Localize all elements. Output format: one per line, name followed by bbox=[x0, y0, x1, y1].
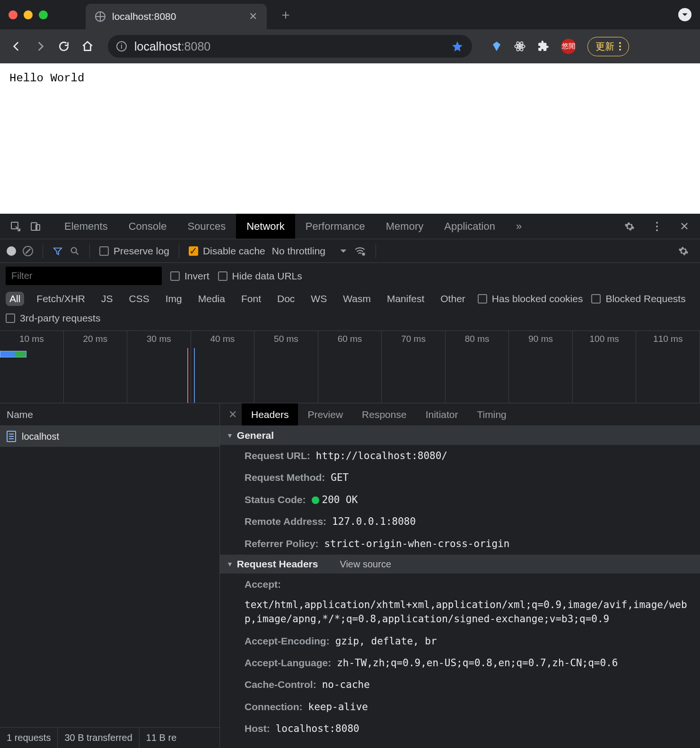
label: Request URL: bbox=[245, 449, 310, 463]
request-row[interactable]: localhost bbox=[0, 426, 219, 447]
inspect-element-icon[interactable] bbox=[8, 218, 24, 235]
network-main: Name localhost 1 requests 30 B transferr… bbox=[0, 403, 700, 748]
device-toolbar-icon[interactable] bbox=[27, 218, 44, 235]
address-bar[interactable]: i localhost:8080 bbox=[108, 35, 472, 58]
filter-type-css[interactable]: CSS bbox=[125, 292, 153, 306]
divider bbox=[43, 244, 43, 258]
filter-type-doc[interactable]: Doc bbox=[273, 292, 298, 306]
filter-type-wasm[interactable]: Wasm bbox=[339, 292, 375, 306]
tab-memory[interactable]: Memory bbox=[376, 214, 434, 239]
extension-gem-icon[interactable] bbox=[491, 41, 502, 52]
filter-type-fetchxhr[interactable]: Fetch/XHR bbox=[33, 292, 89, 306]
label: Accept-Language: bbox=[245, 656, 331, 670]
filter-icon[interactable] bbox=[52, 246, 63, 256]
network-toolbar: Preserve log ✓Disable cache No throttlin… bbox=[0, 239, 700, 263]
disable-cache-checkbox[interactable]: ✓Disable cache bbox=[189, 245, 265, 257]
record-button[interactable] bbox=[7, 246, 16, 256]
close-tab-icon[interactable]: ✕ bbox=[249, 10, 257, 23]
close-window-icon[interactable] bbox=[9, 10, 18, 19]
maximize-window-icon[interactable] bbox=[39, 10, 48, 19]
status-requests: 1 requests bbox=[0, 728, 58, 748]
view-source-link[interactable]: View source bbox=[340, 559, 391, 570]
section-request-headers[interactable]: ▼Request HeadersView source bbox=[220, 555, 700, 574]
request-list: Name localhost 1 requests 30 B transferr… bbox=[0, 403, 220, 748]
extensions-puzzle-icon[interactable] bbox=[537, 40, 550, 52]
detail-tab-timing[interactable]: Timing bbox=[468, 403, 516, 426]
tab-performance[interactable]: Performance bbox=[295, 214, 376, 239]
filter-type-media[interactable]: Media bbox=[194, 292, 229, 306]
network-settings-icon[interactable] bbox=[675, 243, 691, 259]
tab-application[interactable]: Application bbox=[434, 214, 506, 239]
filter-type-ws[interactable]: WS bbox=[307, 292, 331, 306]
detail-tab-preview[interactable]: Preview bbox=[298, 403, 352, 426]
extension-react-icon[interactable] bbox=[514, 40, 526, 52]
update-chrome-button[interactable]: 更新 bbox=[587, 37, 629, 56]
value: no-cache bbox=[322, 678, 370, 692]
timeline-request-bar[interactable] bbox=[0, 351, 26, 357]
detail-tab-headers[interactable]: Headers bbox=[242, 403, 298, 426]
filter-type-img[interactable]: Img bbox=[162, 292, 186, 306]
filter-type-font[interactable]: Font bbox=[237, 292, 265, 306]
new-tab-button[interactable]: ＋ bbox=[279, 6, 292, 24]
detail-tab-initiator[interactable]: Initiator bbox=[416, 403, 468, 426]
tab-console[interactable]: Console bbox=[118, 214, 177, 239]
filter-type-manifest[interactable]: Manifest bbox=[383, 292, 428, 306]
preserve-log-checkbox[interactable]: Preserve log bbox=[99, 245, 169, 257]
value: strict-origin-when-cross-origin bbox=[324, 537, 509, 551]
filter-type-other[interactable]: Other bbox=[437, 292, 469, 306]
forward-button[interactable] bbox=[33, 39, 47, 53]
blocked-requests-checkbox[interactable]: Blocked Requests bbox=[591, 293, 685, 304]
timeline-tick: 10 ms bbox=[0, 331, 64, 348]
clear-button[interactable] bbox=[23, 246, 33, 256]
request-list-header[interactable]: Name bbox=[0, 403, 219, 426]
more-tabs-icon[interactable]: » bbox=[506, 214, 532, 239]
third-party-checkbox[interactable]: 3rd-party requests bbox=[6, 313, 694, 324]
timeline-tick: 40 ms bbox=[191, 331, 255, 348]
browser-tab[interactable]: localhost:8080 ✕ bbox=[86, 4, 267, 29]
detail-tab-response[interactable]: Response bbox=[352, 403, 416, 426]
filter-type-js[interactable]: JS bbox=[97, 292, 117, 306]
value: http://localhost:8080/ bbox=[316, 449, 447, 463]
has-blocked-cookies-checkbox[interactable]: Has blocked cookies bbox=[478, 293, 583, 304]
request-detail: ✕ Headers Preview Response Initiator Tim… bbox=[220, 403, 700, 748]
reload-button[interactable] bbox=[57, 39, 71, 53]
search-icon[interactable] bbox=[70, 246, 80, 256]
extension-badge[interactable]: 悠閒 bbox=[561, 39, 576, 54]
value: zh-TW,zh;q=0.9,en-US;q=0.8,en;q=0.7,zh-C… bbox=[337, 656, 618, 670]
hide-data-urls-checkbox[interactable]: Hide data URLs bbox=[218, 270, 302, 282]
chrome-menu-icon[interactable] bbox=[619, 42, 621, 51]
home-button[interactable] bbox=[80, 39, 95, 53]
filter-input[interactable] bbox=[6, 267, 162, 285]
tab-sources[interactable]: Sources bbox=[177, 214, 236, 239]
tab-network[interactable]: Network bbox=[236, 214, 295, 239]
devtools-tabs: Elements Console Sources Network Perform… bbox=[54, 214, 532, 239]
status-transferred: 30 B transferred bbox=[58, 728, 139, 748]
export-har-icon[interactable] bbox=[402, 246, 411, 256]
value: GET bbox=[331, 470, 349, 485]
minimize-window-icon[interactable] bbox=[24, 10, 33, 19]
divider bbox=[179, 244, 179, 258]
tab-elements[interactable]: Elements bbox=[54, 214, 118, 239]
close-detail-icon[interactable]: ✕ bbox=[224, 409, 242, 421]
back-button[interactable] bbox=[9, 39, 24, 53]
throttling-select[interactable]: No throttling bbox=[272, 245, 347, 257]
bookmark-star-icon[interactable] bbox=[451, 40, 464, 52]
timeline-tick: 110 ms bbox=[636, 331, 700, 348]
site-info-icon[interactable]: i bbox=[116, 41, 127, 52]
filter-type-all[interactable]: All bbox=[6, 292, 24, 306]
section-general[interactable]: ▼General bbox=[220, 426, 700, 445]
devtools-close-icon[interactable]: ✕ bbox=[676, 218, 692, 235]
devtools-menu-icon[interactable] bbox=[649, 218, 665, 235]
label: Connection: bbox=[245, 700, 302, 714]
load-event-line bbox=[187, 348, 188, 403]
devtools-settings-icon[interactable] bbox=[621, 218, 638, 235]
svg-point-0 bbox=[519, 45, 521, 47]
label: Status Code: bbox=[245, 493, 306, 507]
import-har-icon[interactable] bbox=[385, 246, 395, 256]
tab-menu-button[interactable] bbox=[678, 8, 691, 21]
invert-checkbox[interactable]: Invert bbox=[170, 270, 210, 282]
network-timeline[interactable]: 10 ms 20 ms 30 ms 40 ms 50 ms 60 ms 70 m… bbox=[0, 331, 700, 403]
url-host: localhost:8080 bbox=[134, 40, 210, 53]
timeline-tick: 20 ms bbox=[64, 331, 128, 348]
network-conditions-icon[interactable] bbox=[354, 245, 366, 257]
